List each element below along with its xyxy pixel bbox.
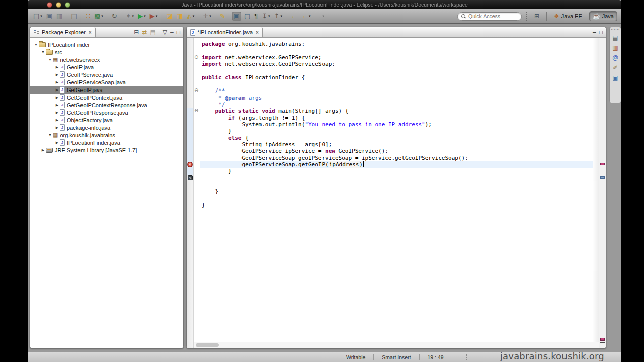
close-icon[interactable]: × bbox=[89, 30, 92, 35]
perspective-java-button[interactable]: ☕ Java bbox=[589, 11, 617, 21]
chevron-right-icon[interactable]: ▶ bbox=[54, 103, 60, 107]
quick-assist-icon[interactable]: ✎ bbox=[188, 175, 193, 180]
code-line[interactable]: * @param args bbox=[202, 95, 593, 101]
tree-item-objectfactory-java[interactable]: ▶JObjectFactory.java bbox=[30, 116, 183, 124]
minimize-window-button[interactable] bbox=[56, 2, 61, 8]
code-line[interactable]: } bbox=[202, 128, 593, 134]
new-snippet-button[interactable]: ◭▾ bbox=[185, 12, 196, 21]
chevron-right-icon[interactable]: ▶ bbox=[54, 65, 60, 69]
chevron-right-icon[interactable]: ▶ bbox=[54, 73, 60, 77]
code-line[interactable]: import net.webservicex.GeoIPService; bbox=[202, 54, 593, 61]
new-java-project-button[interactable]: ▩▾ bbox=[93, 12, 105, 21]
chevron-right-icon[interactable]: ▶ bbox=[54, 96, 60, 100]
maximize-editor-button[interactable]: □ bbox=[599, 29, 603, 36]
horizontal-scrollbar[interactable] bbox=[194, 342, 599, 348]
code-line[interactable]: */ bbox=[202, 101, 593, 108]
save-all-button[interactable]: ▦ bbox=[55, 12, 64, 21]
close-icon[interactable]: × bbox=[256, 30, 259, 35]
link-with-editor-button[interactable]: ⇄ bbox=[142, 29, 147, 36]
minimize-view-button[interactable]: ‒ bbox=[170, 29, 174, 36]
code-line[interactable]: import net.webservicex.GeoIPServiceSoap; bbox=[202, 61, 593, 67]
vertical-scrollbar[interactable] bbox=[593, 38, 599, 348]
show-whitespace-toggle[interactable]: ¶ bbox=[253, 12, 259, 21]
tree-item-iplocationfinder[interactable]: ▼IPLocationFinder bbox=[30, 41, 183, 48]
maximize-view-button[interactable]: □ bbox=[177, 29, 180, 36]
code-area[interactable]: package org.koushik.javabrains;import ne… bbox=[200, 38, 593, 348]
chevron-down-icon[interactable]: ▼ bbox=[47, 133, 53, 137]
fold-collapse-icon[interactable]: ⊖ bbox=[194, 55, 198, 60]
code-line[interactable]: geoIPServiceSoap.getGeoIP(ipAddress) bbox=[200, 161, 593, 168]
new-wizard-button[interactable]: ▤▾ bbox=[32, 12, 44, 21]
back-history-button[interactable]: ←▾ bbox=[300, 12, 312, 21]
tree-item-package-info-java[interactable]: ▶Jpackage-info.java bbox=[30, 124, 183, 131]
tree-item-src[interactable]: ▼src bbox=[30, 48, 183, 56]
chevron-right-icon[interactable]: ▶ bbox=[54, 80, 60, 84]
chevron-right-icon[interactable]: ▶ bbox=[54, 141, 60, 145]
quick-access-box[interactable] bbox=[457, 12, 522, 21]
code-line[interactable] bbox=[202, 195, 593, 202]
fold-collapse-icon[interactable]: ⊖ bbox=[194, 88, 198, 93]
code-line[interactable] bbox=[202, 175, 593, 182]
save-button[interactable]: ▣ bbox=[45, 12, 54, 21]
chevron-right-icon[interactable]: ▶ bbox=[54, 111, 60, 115]
run-button[interactable]: ▶▾ bbox=[136, 12, 147, 21]
debug-button[interactable]: ▶▾ bbox=[148, 12, 159, 21]
overview-info-marker[interactable] bbox=[600, 176, 605, 179]
code-line[interactable]: GeoIPServiceSoap geoIPServiceSoap = ipSe… bbox=[202, 155, 593, 161]
quick-access-input[interactable] bbox=[467, 13, 518, 20]
code-line[interactable] bbox=[202, 81, 593, 87]
code-line[interactable]: } bbox=[202, 202, 593, 208]
minimized-console-view-icon[interactable]: ▣ bbox=[612, 75, 618, 81]
collapse-all-button[interactable]: ⊟ bbox=[134, 29, 139, 36]
overview-ruler[interactable] bbox=[599, 38, 606, 348]
tree-item-getgeoipresponse-java[interactable]: ▶JGetGeoIPResponse.java bbox=[30, 109, 183, 116]
tree-item-iplocationfinder-java[interactable]: ▶JIPLocationFinder.java bbox=[30, 139, 183, 146]
minimized-declaration-view-icon[interactable]: ✐ bbox=[613, 65, 618, 71]
minimized-print-view-icon[interactable]: ▤ bbox=[612, 35, 618, 41]
tree-item-geoipservice-java[interactable]: ▶JGeoIPService.java bbox=[30, 71, 183, 78]
tree-item-geoip-java[interactable]: ▶JGeoIP.java bbox=[30, 63, 183, 71]
forward-button[interactable]: →▾ bbox=[313, 12, 326, 21]
tree-item-jre-system-library-javase-1-7[interactable]: ▶JRE System Library [JavaSE-1.7] bbox=[30, 146, 183, 154]
chevron-down-icon[interactable]: ▼ bbox=[33, 43, 39, 46]
show-source-button[interactable]: ▢ bbox=[243, 12, 252, 21]
code-line[interactable]: /** bbox=[202, 87, 593, 94]
tree-item-getgeoipcontextresponse-java[interactable]: ▶JGetGeoIPContextResponse.java bbox=[30, 101, 183, 109]
chevron-down-icon[interactable]: ▼ bbox=[47, 58, 53, 61]
back-button[interactable]: ← bbox=[289, 12, 299, 21]
minimized-javadoc-view-icon[interactable]: @ bbox=[612, 55, 618, 61]
mark-occurrences-toggle[interactable]: ▣ bbox=[232, 12, 242, 21]
code-line[interactable]: public class IPLocationFinder { bbox=[202, 74, 593, 81]
code-line[interactable]: else { bbox=[202, 135, 593, 141]
trim-drag-handle[interactable]: ⋯⋯ bbox=[611, 28, 620, 31]
code-line[interactable] bbox=[202, 47, 593, 54]
next-annotation-button[interactable]: ↧▾ bbox=[260, 12, 271, 21]
search-button[interactable]: ✛▾ bbox=[201, 12, 212, 21]
tree-item-org-koushik-javabrains[interactable]: ▼▦org.koushik.javabrains bbox=[30, 131, 183, 139]
tree-item-getgeoip-java[interactable]: ▶JGetGeoIP.java bbox=[30, 86, 183, 94]
code-line[interactable] bbox=[202, 67, 593, 74]
previous-annotation-button[interactable]: ↥▾ bbox=[273, 12, 284, 21]
code-line[interactable] bbox=[202, 182, 593, 188]
chevron-right-icon[interactable]: ▶ bbox=[40, 148, 46, 152]
last-edit-location-button[interactable]: ✎ bbox=[218, 12, 227, 21]
chevron-right-icon[interactable]: ▶ bbox=[54, 118, 60, 122]
tab-iplocationfinder-java[interactable]: J *IPLocationFinder.java × bbox=[187, 27, 263, 37]
tab-package-explorer[interactable]: Package Explorer × bbox=[30, 27, 96, 37]
code-line[interactable]: } bbox=[202, 188, 593, 195]
close-window-button[interactable] bbox=[47, 2, 52, 8]
view-menu-button[interactable]: ▽ bbox=[163, 29, 167, 36]
fold-collapse-icon[interactable]: ⊖ bbox=[194, 108, 198, 113]
tree-item-geoipservicesoap-java[interactable]: ▶JGeoIPServiceSoap.java bbox=[30, 78, 183, 86]
open-resource-button[interactable]: ◨ bbox=[175, 12, 184, 21]
filters-button[interactable]: ▤ bbox=[150, 29, 155, 36]
refresh-button[interactable]: ↻ bbox=[110, 12, 119, 21]
overview-error-marker[interactable] bbox=[600, 163, 605, 165]
tree-item-net-webservicex[interactable]: ▼▦net.webservicex bbox=[30, 56, 183, 63]
code-line[interactable]: System.out.println("You need to pass in … bbox=[202, 121, 593, 128]
code-line[interactable]: GeoIPService ipService = new GeoIPServic… bbox=[202, 148, 593, 154]
external-tools-button[interactable]: ✦▾ bbox=[124, 12, 135, 21]
toolbar-drag-handle[interactable] bbox=[526, 12, 527, 21]
code-line[interactable]: } bbox=[202, 168, 593, 174]
code-line[interactable]: if (args.length != 1) { bbox=[202, 115, 593, 121]
